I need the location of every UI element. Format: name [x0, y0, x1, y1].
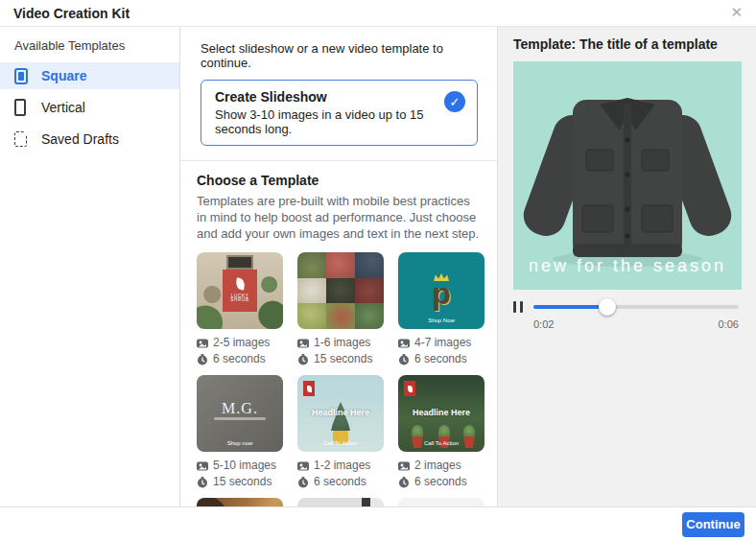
images-count: 5-10 images — [213, 458, 276, 474]
brand-badge-icon — [404, 381, 415, 396]
template-caption: 1-6 images 15 seconds — [297, 335, 384, 367]
template-thumbnail-people-talking[interactable] — [197, 498, 283, 506]
template-cell — [297, 498, 384, 506]
template-thumbnail-lucky-shrub[interactable]: LUCKY SHRUB — [197, 252, 283, 329]
images-icon — [398, 460, 410, 472]
subtitle-line — [214, 417, 266, 420]
images-count: 2-5 images — [213, 335, 270, 351]
headline-text: Headline Here — [297, 408, 384, 417]
sidebar-item-vertical[interactable]: Vertical — [0, 94, 179, 121]
square-format-icon — [14, 68, 32, 84]
sidebar-item-label: Vertical — [41, 100, 85, 115]
images-count: 1-2 images — [314, 458, 370, 474]
time-labels: 0:02 0:06 — [533, 318, 739, 330]
duration: 15 seconds — [314, 351, 372, 367]
video-creation-kit-dialog: Video Creation Kit ✕ Available Templates… — [0, 0, 756, 541]
brand-text: LUCKY SHRUB — [230, 294, 249, 302]
clock-icon — [297, 477, 309, 488]
plant-shape — [412, 425, 423, 438]
create-slideshow-title: Create Slideshow — [215, 89, 435, 105]
close-icon[interactable]: ✕ — [730, 4, 743, 21]
playback-controls — [513, 298, 742, 316]
template-thumbnail-desk-plant[interactable] — [297, 498, 384, 506]
template-caption: 4-7 images 6 seconds — [398, 335, 484, 367]
current-time: 0:02 — [533, 318, 554, 330]
template-cell: Headline Here Call To Action 1-2 images … — [297, 375, 384, 498]
plant-shape — [438, 425, 450, 438]
template-cell: LUCKY SHRUB 2-5 images 6 seconds — [197, 252, 283, 375]
template-thumbnail-plants-in-pots[interactable]: Headline Here Call To Action — [398, 375, 484, 452]
brand-text: M.G. — [197, 400, 283, 417]
sidebar-heading: Available Templates — [0, 38, 179, 62]
saved-drafts-icon — [14, 131, 32, 147]
templates-sidebar: Available Templates Square Vertical Save… — [0, 27, 180, 506]
clock-icon — [197, 477, 208, 488]
clock-icon — [398, 354, 410, 365]
template-caption: 2-5 images 6 seconds — [197, 335, 283, 367]
images-icon — [398, 338, 410, 349]
images-count: 2 images — [414, 458, 461, 474]
sidebar-item-saved-drafts[interactable]: Saved Drafts — [0, 126, 179, 153]
template-thumbnail-succulent[interactable] — [398, 498, 484, 506]
template-caption: 1-2 images 6 seconds — [297, 458, 384, 490]
vertical-format-icon — [14, 99, 32, 116]
dialog-header: Video Creation Kit ✕ — [0, 0, 756, 27]
slider-thumb[interactable] — [599, 298, 616, 316]
template-grid: LUCKY SHRUB 2-5 images 6 seconds — [197, 252, 481, 506]
template-caption: 2 images 6 seconds — [398, 458, 484, 490]
template-cell — [197, 498, 283, 506]
brand-letter: p — [432, 279, 451, 308]
preview-heading: Template: The title of a template — [513, 36, 742, 52]
video-preview[interactable]: new for the season — [513, 61, 742, 290]
clock-icon — [398, 477, 410, 488]
continue-button[interactable]: Continue — [682, 512, 744, 537]
images-icon — [297, 338, 309, 349]
choose-template-heading: Choose a Template — [197, 173, 481, 188]
cta-text: Call To Action — [398, 440, 484, 446]
create-slideshow-card[interactable]: Create Slideshow Show 3-10 images in a v… — [201, 80, 478, 146]
brand-badge-icon — [303, 381, 315, 396]
images-icon — [197, 460, 208, 472]
sidebar-item-label: Saved Drafts — [41, 131, 119, 147]
images-count: 1-6 images — [314, 335, 370, 351]
duration: 6 seconds — [414, 474, 467, 490]
template-thumbnail-p-logo[interactable]: p Shop Now — [398, 252, 484, 329]
template-cell: M.G. Shop now 5-10 images 15 seconds — [197, 375, 283, 498]
cta-text: Shop Now — [398, 318, 484, 323]
plant-shape — [463, 425, 475, 438]
total-time: 0:06 — [719, 318, 739, 330]
template-cell: Headline Here Call To Action 2 images 6 … — [398, 375, 484, 498]
leaf-icon — [235, 277, 246, 290]
template-cell: 1-6 images 15 seconds — [297, 252, 384, 375]
check-icon: ✓ — [444, 91, 465, 112]
images-icon — [297, 460, 309, 472]
sidebar-item-square[interactable]: Square — [0, 62, 179, 89]
choose-template-section: Choose a Template Templates are pre-buil… — [180, 160, 497, 506]
pause-icon[interactable] — [513, 301, 523, 313]
template-picker-panel: Select slideshow or a new video template… — [180, 27, 498, 506]
duration: 6 seconds — [414, 351, 467, 367]
brand-banner: LUCKY SHRUB — [223, 270, 257, 312]
template-thumbnail-mg-building[interactable]: M.G. Shop now — [197, 375, 283, 452]
duration: 6 seconds — [213, 351, 266, 367]
sidebar-item-label: Square — [41, 68, 86, 83]
cta-text: Shop now — [197, 440, 283, 446]
progress-fill — [533, 305, 607, 309]
template-thumbnail-tree-in-mug[interactable]: Headline Here Call To Action — [297, 375, 384, 452]
duration: 6 seconds — [314, 474, 366, 490]
choose-template-description: Templates are pre-built with mobile best… — [197, 193, 481, 242]
template-thumbnail-produce-collage[interactable] — [297, 252, 384, 329]
clock-icon — [197, 354, 208, 365]
seek-slider[interactable] — [533, 298, 739, 316]
dialog-footer: Continue — [0, 506, 756, 541]
dialog-title: Video Creation Kit — [13, 6, 130, 21]
duration: 15 seconds — [213, 474, 272, 490]
template-preview-panel: Template: The title of a template — [498, 27, 756, 506]
template-cell: p Shop Now 4-7 images 6 seconds — [398, 252, 484, 375]
window-shape — [226, 255, 253, 270]
cta-text: Call To Action — [297, 440, 384, 446]
headline-text: Headline Here — [398, 408, 484, 417]
crown-icon — [434, 273, 449, 281]
template-caption: 5-10 images 15 seconds — [197, 458, 283, 490]
picker-intro-text: Select slideshow or a new video template… — [180, 27, 497, 70]
